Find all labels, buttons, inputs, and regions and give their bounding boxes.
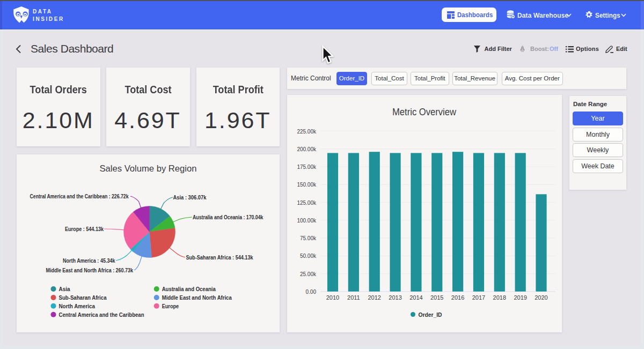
svg-text:25.00k: 25.00k bbox=[300, 271, 317, 277]
svg-text:Europe: Europe bbox=[162, 303, 179, 309]
svg-text:0.00: 0.00 bbox=[306, 289, 317, 295]
svg-text:Sales Volume by Region: Sales Volume by Region bbox=[100, 164, 197, 174]
svg-text:2016: 2016 bbox=[451, 294, 464, 301]
svg-text:North America : 45.34k: North America : 45.34k bbox=[63, 257, 115, 264]
svg-text:Central America and the Caribb: Central America and the Caribbean : 226.… bbox=[30, 193, 129, 199]
svg-text:Asia: Asia bbox=[59, 286, 71, 292]
svg-text:2015: 2015 bbox=[430, 294, 443, 301]
svg-text:Middle East and North Africa: Middle East and North Africa bbox=[162, 294, 232, 301]
svg-text:Asia : 306.07k: Asia : 306.07k bbox=[173, 194, 207, 201]
svg-text:150.00k: 150.00k bbox=[297, 182, 317, 188]
svg-text:2017: 2017 bbox=[472, 294, 485, 301]
svg-text:2020: 2020 bbox=[535, 294, 547, 301]
svg-text:2018: 2018 bbox=[493, 294, 506, 301]
svg-text:100.00k: 100.00k bbox=[297, 218, 317, 224]
svg-text:Australia and Oceania : 170.04: Australia and Oceania : 170.04k bbox=[193, 214, 264, 220]
svg-text:200.00k: 200.00k bbox=[297, 146, 317, 152]
svg-text:175.00k: 175.00k bbox=[297, 164, 317, 170]
svg-text:2012: 2012 bbox=[368, 294, 380, 301]
svg-text:Order_ID: Order_ID bbox=[419, 311, 442, 318]
svg-text:Europe : 544.13k: Europe : 544.13k bbox=[65, 226, 104, 232]
svg-text:2014: 2014 bbox=[409, 294, 422, 301]
svg-text:2011: 2011 bbox=[347, 294, 360, 301]
svg-text:125.00k: 125.00k bbox=[297, 200, 317, 206]
svg-text:Middle East and North Africa :: Middle East and North Africa : 260.73k bbox=[46, 267, 134, 273]
svg-text:Metric Overview: Metric Overview bbox=[392, 107, 457, 117]
svg-text:Central America and the Caribb: Central America and the Caribbean bbox=[59, 311, 144, 318]
svg-text:225.00k: 225.00k bbox=[297, 129, 317, 135]
svg-text:75.00k: 75.00k bbox=[300, 235, 317, 241]
svg-text:2010: 2010 bbox=[326, 294, 339, 301]
svg-text:2013: 2013 bbox=[389, 294, 401, 301]
svg-text:Sub-Saharan Africa: Sub-Saharan Africa bbox=[59, 294, 107, 301]
svg-text:2019: 2019 bbox=[514, 294, 526, 301]
svg-text:North America: North America bbox=[59, 303, 96, 309]
svg-text:Sub-Saharan Africa : 544.13k: Sub-Saharan Africa : 544.13k bbox=[186, 254, 254, 261]
svg-text:Australia and Oceania: Australia and Oceania bbox=[162, 286, 216, 292]
svg-text:50.00k: 50.00k bbox=[300, 253, 317, 259]
